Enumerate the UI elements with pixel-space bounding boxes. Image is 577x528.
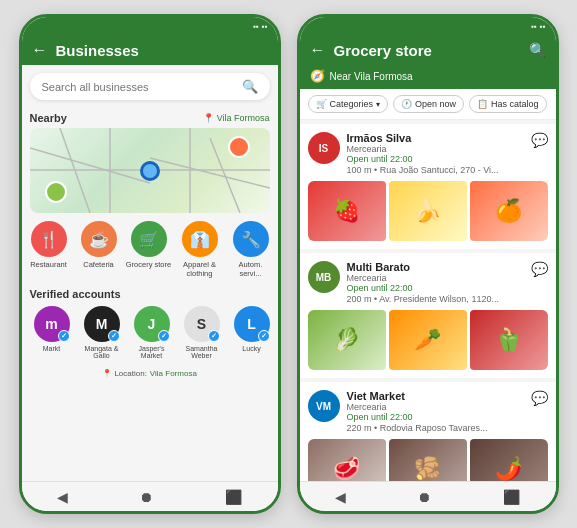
verified-list: m ✓ Markt M ✓ Mangata & Gallo J ✓ bbox=[30, 306, 270, 359]
right-signal-icon: ▪▪ bbox=[531, 22, 537, 31]
nav-location-icon: 🧭 bbox=[310, 69, 325, 83]
location-icon: 📍 bbox=[203, 113, 214, 123]
map-area[interactable] bbox=[30, 128, 270, 213]
category-restaurant[interactable]: 🍴 Restaurant bbox=[26, 221, 72, 278]
irmaos-header: IS Irmãos Silva Mercearia Open until 22:… bbox=[308, 132, 548, 175]
verified-badge: ✓ bbox=[258, 330, 270, 342]
mangata-name: Mangata & Gallo bbox=[80, 345, 124, 359]
right-search-icon[interactable]: 🔍 bbox=[529, 42, 546, 58]
right-page-title: Grocery store bbox=[334, 42, 521, 59]
battery-icon: ▪▪ bbox=[262, 22, 268, 31]
filter-categories[interactable]: 🛒 Categories ▾ bbox=[308, 95, 389, 113]
map-avatar-1 bbox=[228, 136, 250, 158]
auto-icon: 🔧 bbox=[233, 221, 269, 257]
verified-samantha[interactable]: S ✓ Samantha Weber bbox=[180, 306, 224, 359]
viet-info: Viet Market Mercearia Open until 22:00 2… bbox=[347, 390, 524, 433]
viet-message-icon[interactable]: 💬 bbox=[531, 390, 548, 406]
multi-info: Multi Barato Mercearia Open until 22:00 … bbox=[347, 261, 524, 304]
multi-avatar: MB bbox=[308, 261, 340, 293]
apparel-icon: 👔 bbox=[182, 221, 218, 257]
search-bar[interactable]: 🔍 bbox=[30, 73, 270, 100]
cafeteria-icon: ☕ bbox=[81, 221, 117, 257]
categories-row: 🍴 Restaurant ☕ Cafeteria 🛒 Grocery store… bbox=[22, 213, 278, 282]
categories-chevron: ▾ bbox=[376, 100, 380, 109]
category-grocery[interactable]: 🛒 Grocery store bbox=[126, 221, 172, 278]
filter-open-now[interactable]: 🕐 Open now bbox=[393, 95, 464, 113]
home-nav-button[interactable]: ⏺ bbox=[139, 489, 153, 505]
auto-label: Autom. servi... bbox=[228, 260, 274, 278]
left-status-bar: ▪▪ ▪▪ bbox=[22, 17, 278, 35]
multi-img-1: 🥬 bbox=[308, 310, 386, 370]
right-back-nav[interactable]: ◀ bbox=[335, 489, 346, 505]
verified-jaspers[interactable]: J ✓ Jasper's Market bbox=[130, 306, 174, 359]
nearby-label: Nearby bbox=[30, 112, 67, 124]
svg-line-4 bbox=[150, 158, 270, 188]
verified-badge: ✓ bbox=[158, 330, 170, 342]
grocery-label: Grocery store bbox=[126, 260, 171, 269]
mangata-avatar: M ✓ bbox=[84, 306, 120, 342]
verified-lucky[interactable]: L ✓ Lucky bbox=[230, 306, 270, 359]
bottom-nav: ◀ ⏺ ⬛ bbox=[22, 481, 278, 511]
search-input[interactable] bbox=[42, 81, 236, 93]
viet-images: 🥩 🫚 🌶️ bbox=[308, 439, 548, 481]
multi-name: Multi Barato bbox=[347, 261, 524, 273]
multi-img-3: 🫑 bbox=[470, 310, 548, 370]
apparel-label: Apparel & clothing bbox=[176, 260, 224, 278]
business-multi[interactable]: MB Multi Barato Mercearia Open until 22:… bbox=[300, 253, 556, 378]
irmaos-images: 🍓 🍌 🍊 bbox=[308, 181, 548, 241]
business-irmaos[interactable]: IS Irmãos Silva Mercearia Open until 22:… bbox=[300, 124, 556, 249]
left-top-bar: ← Businesses bbox=[22, 35, 278, 65]
markt-name: Markt bbox=[43, 345, 61, 352]
viet-avatar: VM bbox=[308, 390, 340, 422]
samantha-avatar: S ✓ bbox=[184, 306, 220, 342]
cafeteria-label: Cafeteria bbox=[83, 260, 113, 269]
map-center-dot bbox=[140, 161, 160, 181]
grocery-icon: 🛒 bbox=[131, 221, 167, 257]
left-content: 🔍 Nearby 📍 Vila Formosa bbox=[22, 65, 278, 481]
category-apparel[interactable]: 👔 Apparel & clothing bbox=[176, 221, 224, 278]
bottom-location: 📍 Location: Vila Formosa bbox=[22, 363, 278, 384]
viet-status: Open until 22:00 bbox=[347, 412, 524, 422]
location-row: 🧭 Near Vila Formosa bbox=[300, 65, 556, 89]
right-battery-icon: ▪▪ bbox=[540, 22, 546, 31]
markt-avatar: m ✓ bbox=[34, 306, 70, 342]
viet-type: Mercearia bbox=[347, 402, 524, 412]
right-recent-nav[interactable]: ⬛ bbox=[503, 489, 520, 505]
business-viet[interactable]: VM Viet Market Mercearia Open until 22:0… bbox=[300, 382, 556, 481]
irmaos-img-3: 🍊 bbox=[470, 181, 548, 241]
verified-mangata[interactable]: M ✓ Mangata & Gallo bbox=[80, 306, 124, 359]
open-now-label: Open now bbox=[415, 99, 456, 109]
svg-line-3 bbox=[30, 148, 150, 183]
viet-header: VM Viet Market Mercearia Open until 22:0… bbox=[308, 390, 548, 433]
verified-section: Verified accounts m ✓ Markt M ✓ Mangata … bbox=[22, 282, 278, 363]
page-title: Businesses bbox=[56, 42, 268, 59]
viet-address: 220 m • Rodovia Raposo Tavares... bbox=[347, 423, 524, 433]
multi-message-icon[interactable]: 💬 bbox=[531, 261, 548, 277]
nearby-header: Nearby 📍 Vila Formosa bbox=[22, 108, 278, 128]
right-phone: ▪▪ ▪▪ ← Grocery store 🔍 🧭 Near Vila Form… bbox=[297, 14, 559, 514]
verified-badge: ✓ bbox=[58, 330, 70, 342]
location-tag[interactable]: 📍 Vila Formosa bbox=[203, 113, 270, 123]
viet-name: Viet Market bbox=[347, 390, 524, 402]
category-cafeteria[interactable]: ☕ Cafeteria bbox=[76, 221, 122, 278]
signal-icon: ▪▪ bbox=[253, 22, 259, 31]
irmaos-avatar: IS bbox=[308, 132, 340, 164]
right-top-bar: ← Grocery store 🔍 bbox=[300, 35, 556, 65]
business-list: IS Irmãos Silva Mercearia Open until 22:… bbox=[300, 120, 556, 481]
back-nav-button[interactable]: ◀ bbox=[57, 489, 68, 505]
jaspers-avatar: J ✓ bbox=[134, 306, 170, 342]
right-back-button[interactable]: ← bbox=[310, 41, 326, 59]
verified-markt[interactable]: m ✓ Markt bbox=[30, 306, 74, 359]
verified-title: Verified accounts bbox=[30, 288, 270, 300]
irmaos-message-icon[interactable]: 💬 bbox=[531, 132, 548, 148]
right-bottom-nav: ◀ ⏺ ⬛ bbox=[300, 481, 556, 511]
filter-has-catalog[interactable]: 📋 Has catalog bbox=[469, 95, 547, 113]
has-catalog-label: Has catalog bbox=[491, 99, 539, 109]
right-home-nav[interactable]: ⏺ bbox=[417, 489, 431, 505]
recent-nav-button[interactable]: ⬛ bbox=[225, 489, 242, 505]
location-link[interactable]: Vila Formosa bbox=[150, 369, 197, 378]
multi-status: Open until 22:00 bbox=[347, 283, 524, 293]
restaurant-label: Restaurant bbox=[30, 260, 67, 269]
category-auto[interactable]: 🔧 Autom. servi... bbox=[228, 221, 274, 278]
back-button[interactable]: ← bbox=[32, 41, 48, 59]
